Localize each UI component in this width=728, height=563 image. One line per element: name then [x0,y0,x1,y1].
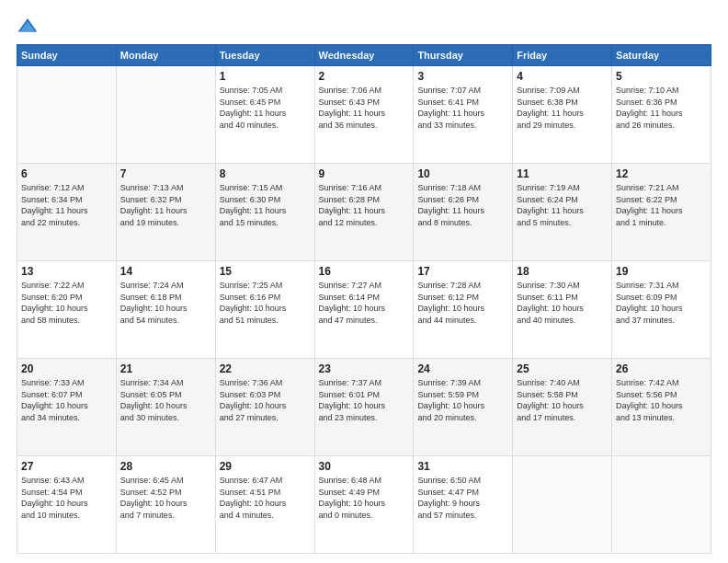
day-info: Sunrise: 7:39 AM Sunset: 5:59 PM Dayligh… [417,377,508,423]
day-info: Sunrise: 7:05 AM Sunset: 6:45 PM Dayligh… [220,85,311,131]
calendar-day-cell: 27Sunrise: 6:43 AM Sunset: 4:54 PM Dayli… [17,456,117,554]
day-info: Sunrise: 7:33 AM Sunset: 6:07 PM Dayligh… [21,377,112,423]
calendar-day-cell: 22Sunrise: 7:36 AM Sunset: 6:03 PM Dayli… [215,359,314,456]
day-number: 20 [21,362,112,375]
calendar-day-cell: 1Sunrise: 7:05 AM Sunset: 6:45 PM Daylig… [215,66,314,164]
calendar-page: SundayMondayTuesdayWednesdayThursdayFrid… [0,0,728,563]
calendar-day-cell: 26Sunrise: 7:42 AM Sunset: 5:56 PM Dayli… [612,359,711,456]
day-number: 12 [616,167,707,180]
day-number: 13 [21,265,112,278]
calendar-day-cell [612,456,711,554]
day-number: 8 [220,167,311,180]
day-number: 24 [417,362,508,375]
day-number: 16 [319,265,410,278]
calendar-day-cell: 2Sunrise: 7:06 AM Sunset: 6:43 PM Daylig… [314,66,414,164]
day-info: Sunrise: 7:28 AM Sunset: 6:12 PM Dayligh… [417,280,508,326]
calendar-day-cell: 23Sunrise: 7:37 AM Sunset: 6:01 PM Dayli… [314,359,414,456]
day-number: 17 [417,265,508,278]
day-info: Sunrise: 6:45 AM Sunset: 4:52 PM Dayligh… [120,475,211,521]
calendar-day-cell: 17Sunrise: 7:28 AM Sunset: 6:12 PM Dayli… [414,261,513,359]
day-number: 5 [616,70,707,83]
calendar-week-row: 20Sunrise: 7:33 AM Sunset: 6:07 PM Dayli… [17,359,711,456]
day-number: 29 [220,460,311,473]
day-info: Sunrise: 7:06 AM Sunset: 6:43 PM Dayligh… [319,85,410,131]
calendar-day-cell: 31Sunrise: 6:50 AM Sunset: 4:47 PM Dayli… [414,456,513,554]
day-info: Sunrise: 7:27 AM Sunset: 6:14 PM Dayligh… [319,280,410,326]
calendar-day-cell: 20Sunrise: 7:33 AM Sunset: 6:07 PM Dayli… [17,359,117,456]
day-info: Sunrise: 7:31 AM Sunset: 6:09 PM Dayligh… [616,280,707,326]
calendar-day-cell: 8Sunrise: 7:15 AM Sunset: 6:30 PM Daylig… [215,164,314,261]
calendar-day-cell: 13Sunrise: 7:22 AM Sunset: 6:20 PM Dayli… [17,261,117,359]
day-info: Sunrise: 6:47 AM Sunset: 4:51 PM Dayligh… [220,475,311,521]
calendar-day-cell: 11Sunrise: 7:19 AM Sunset: 6:24 PM Dayli… [513,164,612,261]
calendar-day-cell: 12Sunrise: 7:21 AM Sunset: 6:22 PM Dayli… [612,164,711,261]
calendar-day-cell: 25Sunrise: 7:40 AM Sunset: 5:58 PM Dayli… [513,359,612,456]
calendar-day-cell: 10Sunrise: 7:18 AM Sunset: 6:26 PM Dayli… [414,164,513,261]
day-number: 31 [417,460,508,473]
calendar-day-header: Wednesday [314,45,414,66]
day-number: 26 [616,362,707,375]
calendar-day-cell [17,66,117,164]
day-info: Sunrise: 7:10 AM Sunset: 6:36 PM Dayligh… [616,85,707,131]
calendar-day-header: Monday [116,45,215,66]
day-number: 27 [21,460,112,473]
day-number: 2 [319,70,410,83]
calendar-day-cell: 30Sunrise: 6:48 AM Sunset: 4:49 PM Dayli… [314,456,414,554]
day-info: Sunrise: 7:25 AM Sunset: 6:16 PM Dayligh… [220,280,311,326]
calendar-day-cell: 24Sunrise: 7:39 AM Sunset: 5:59 PM Dayli… [414,359,513,456]
day-number: 11 [517,167,608,180]
day-info: Sunrise: 7:15 AM Sunset: 6:30 PM Dayligh… [220,182,311,228]
day-info: Sunrise: 7:24 AM Sunset: 6:18 PM Dayligh… [120,280,211,326]
calendar-day-header: Tuesday [215,45,314,66]
day-info: Sunrise: 6:43 AM Sunset: 4:54 PM Dayligh… [21,475,112,521]
calendar-day-cell: 6Sunrise: 7:12 AM Sunset: 6:34 PM Daylig… [17,164,117,261]
day-info: Sunrise: 7:34 AM Sunset: 6:05 PM Dayligh… [120,377,211,423]
calendar-day-cell [116,66,215,164]
calendar-week-row: 27Sunrise: 6:43 AM Sunset: 4:54 PM Dayli… [17,456,711,554]
day-number: 28 [120,460,211,473]
calendar-day-cell: 16Sunrise: 7:27 AM Sunset: 6:14 PM Dayli… [314,261,414,359]
day-info: Sunrise: 7:40 AM Sunset: 5:58 PM Dayligh… [517,377,608,423]
day-info: Sunrise: 7:30 AM Sunset: 6:11 PM Dayligh… [517,280,608,326]
day-info: Sunrise: 7:22 AM Sunset: 6:20 PM Dayligh… [21,280,112,326]
calendar-header-row: SundayMondayTuesdayWednesdayThursdayFrid… [17,45,711,66]
calendar-day-cell: 5Sunrise: 7:10 AM Sunset: 6:36 PM Daylig… [612,66,711,164]
day-info: Sunrise: 7:42 AM Sunset: 5:56 PM Dayligh… [616,377,707,423]
calendar-day-header: Thursday [414,45,513,66]
calendar-week-row: 1Sunrise: 7:05 AM Sunset: 6:45 PM Daylig… [17,66,711,164]
day-number: 3 [417,70,508,83]
calendar-day-cell: 18Sunrise: 7:30 AM Sunset: 6:11 PM Dayli… [513,261,612,359]
day-info: Sunrise: 7:07 AM Sunset: 6:41 PM Dayligh… [417,85,508,131]
calendar-day-cell [513,456,612,554]
day-number: 25 [517,362,608,375]
day-info: Sunrise: 6:48 AM Sunset: 4:49 PM Dayligh… [319,475,410,521]
calendar-day-cell: 21Sunrise: 7:34 AM Sunset: 6:05 PM Dayli… [116,359,215,456]
day-number: 9 [319,167,410,180]
day-number: 4 [517,70,608,83]
calendar-week-row: 13Sunrise: 7:22 AM Sunset: 6:20 PM Dayli… [17,261,711,359]
day-number: 21 [120,362,211,375]
day-info: Sunrise: 7:09 AM Sunset: 6:38 PM Dayligh… [517,85,608,131]
header [17,17,711,35]
calendar-day-cell: 7Sunrise: 7:13 AM Sunset: 6:32 PM Daylig… [116,164,215,261]
day-number: 6 [21,167,112,180]
day-number: 7 [120,167,211,180]
day-number: 30 [319,460,410,473]
calendar-day-cell: 29Sunrise: 6:47 AM Sunset: 4:51 PM Dayli… [215,456,314,554]
logo [17,17,42,35]
day-number: 15 [220,265,311,278]
calendar-day-cell: 15Sunrise: 7:25 AM Sunset: 6:16 PM Dayli… [215,261,314,359]
day-info: Sunrise: 7:16 AM Sunset: 6:28 PM Dayligh… [319,182,410,228]
calendar-day-cell: 3Sunrise: 7:07 AM Sunset: 6:41 PM Daylig… [414,66,513,164]
calendar-day-cell: 4Sunrise: 7:09 AM Sunset: 6:38 PM Daylig… [513,66,612,164]
day-number: 22 [220,362,311,375]
day-info: Sunrise: 7:19 AM Sunset: 6:24 PM Dayligh… [517,182,608,228]
calendar-day-cell: 28Sunrise: 6:45 AM Sunset: 4:52 PM Dayli… [116,456,215,554]
day-info: Sunrise: 7:12 AM Sunset: 6:34 PM Dayligh… [21,182,112,228]
calendar-day-cell: 19Sunrise: 7:31 AM Sunset: 6:09 PM Dayli… [612,261,711,359]
day-info: Sunrise: 7:21 AM Sunset: 6:22 PM Dayligh… [616,182,707,228]
calendar-day-cell: 14Sunrise: 7:24 AM Sunset: 6:18 PM Dayli… [116,261,215,359]
day-info: Sunrise: 7:37 AM Sunset: 6:01 PM Dayligh… [319,377,410,423]
day-number: 14 [120,265,211,278]
day-info: Sunrise: 7:36 AM Sunset: 6:03 PM Dayligh… [220,377,311,423]
